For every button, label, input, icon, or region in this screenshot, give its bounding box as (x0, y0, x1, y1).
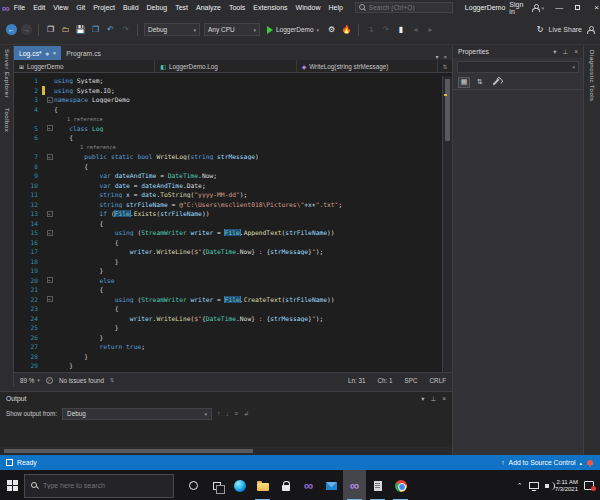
error-navigation-icon[interactable]: ⇅ (110, 377, 114, 383)
menu-analyze[interactable]: Analyze (192, 2, 225, 13)
line-number[interactable]: 25 (14, 324, 42, 331)
zoom-level-dropdown[interactable]: 89 % ▾ (20, 377, 40, 384)
alphabetical-view-icon[interactable]: ⇅ (474, 77, 486, 88)
line-number[interactable]: 11 (14, 191, 42, 198)
code-line[interactable]: 5− class Log (14, 124, 442, 134)
code-line[interactable]: 18 } (14, 257, 442, 267)
line-number[interactable]: 20 (14, 277, 42, 284)
code-line[interactable]: 4{ (14, 105, 442, 115)
search-input[interactable] (369, 4, 457, 11)
add-to-source-control-button[interactable]: Add to Source Control (509, 459, 576, 466)
display-icon[interactable] (529, 482, 539, 489)
taskbar-search-input[interactable] (43, 482, 167, 489)
code-line[interactable]: 27 return true; (14, 342, 442, 352)
code-line[interactable]: 16 { (14, 238, 442, 248)
breadcrumb-loggerdemo[interactable]: ⊞LoggerDemo (14, 60, 155, 72)
redo-icon[interactable]: ↷ (120, 24, 131, 35)
line-number[interactable]: 12 (14, 201, 42, 208)
code-line[interactable]: 19 } (14, 266, 442, 276)
taskbar-app-mail[interactable] (320, 470, 343, 500)
menu-extensions[interactable]: Extensions (249, 2, 291, 13)
diagnostic-tools-tab[interactable]: Diagnostic Tools (589, 50, 595, 455)
code-line[interactable]: 10 var date = dateAndTime.Date; (14, 181, 442, 191)
line-number[interactable]: 14 (14, 220, 42, 227)
active-files-dropdown-icon[interactable]: ▾ (435, 53, 438, 60)
save-all-icon[interactable]: ❐ (90, 24, 101, 35)
line-number[interactable]: 23 (14, 305, 42, 312)
show-hidden-icons-chevron[interactable]: ⌃ (517, 482, 523, 490)
properties-grid[interactable] (453, 90, 583, 455)
code-line[interactable]: 17 writer.WriteLine($"{DateTime.Now} : {… (14, 247, 442, 257)
next-bookmark-icon[interactable]: ▸ (425, 24, 436, 35)
code-line[interactable]: 14 { (14, 219, 442, 229)
live-share-button[interactable]: ↻ Live Share (535, 24, 582, 35)
vertical-scrollbar[interactable] (442, 76, 452, 372)
line-number[interactable]: 19 (14, 267, 42, 274)
menu-build[interactable]: Build (119, 2, 143, 13)
output-content[interactable] (0, 422, 452, 447)
code-line[interactable]: 26 } (14, 333, 442, 343)
line-number[interactable]: 1 (14, 77, 42, 84)
output-source-dropdown[interactable]: Debug ▾ (62, 408, 212, 420)
issues-status[interactable]: No issues found (59, 377, 104, 384)
line-number[interactable]: 3 (14, 96, 42, 103)
taskbar-app-task-view[interactable] (205, 470, 228, 500)
taskbar-app-file-explorer[interactable] (251, 470, 274, 500)
menu-help[interactable]: Help (324, 2, 346, 13)
code-line[interactable]: 1using System; (14, 76, 442, 86)
line-number[interactable]: 6 (14, 134, 42, 141)
code-line[interactable]: 25 } (14, 323, 442, 333)
line-number[interactable]: 18 (14, 258, 42, 265)
code-editor[interactable]: 1using System;2using System.IO;3−namespa… (14, 73, 452, 372)
close-panel-icon[interactable]: × (442, 395, 446, 403)
code-line[interactable]: 15− using (StreamWriter writer = File.Ap… (14, 228, 442, 238)
code-line[interactable]: 7− public static bool WriteLog(string st… (14, 152, 442, 162)
code-line[interactable]: 11 string x = date.ToString("yyyy-MM-dd"… (14, 190, 442, 200)
taskbar-app-text-editor[interactable] (366, 470, 389, 500)
code-line[interactable]: 29 } (14, 361, 442, 371)
close-button[interactable]: × (589, 1, 600, 14)
previous-bookmark-icon[interactable]: ◂ (410, 24, 421, 35)
menu-git[interactable]: Git (72, 2, 89, 13)
collapse-region-icon[interactable]: − (47, 296, 53, 302)
line-number[interactable]: 8 (14, 163, 42, 170)
line-number[interactable]: 26 (14, 334, 42, 341)
attach-to-process-icon[interactable]: ⚙ (326, 24, 337, 35)
save-icon[interactable]: 💾 (75, 24, 86, 35)
code-line[interactable]: 23 { (14, 304, 442, 314)
tab-program-cs[interactable]: Program.cs (61, 46, 106, 60)
minimize-button[interactable]: — (552, 1, 567, 14)
solution-configuration-dropdown[interactable]: Debug▾ (144, 23, 200, 36)
menu-debug[interactable]: Debug (143, 2, 172, 13)
tool-window-tab-server-explorer[interactable]: Server Explorer (4, 49, 10, 98)
word-wrap-icon[interactable]: ↲ (243, 410, 249, 418)
undo-icon[interactable]: ↶ (105, 24, 116, 35)
step-over-icon[interactable]: ↷ (380, 24, 391, 35)
taskbar-app-edge[interactable] (228, 470, 251, 500)
line-number[interactable]: 15 (14, 229, 42, 236)
line-number[interactable]: 2 (14, 87, 42, 94)
step-into-icon[interactable]: ↴ (365, 24, 376, 35)
new-project-icon[interactable]: ❐ (45, 24, 56, 35)
indentation-indicator[interactable]: SPC (405, 377, 418, 384)
navigate-forward-button[interactable]: → (21, 24, 32, 35)
tool-window-tab-toolbox[interactable]: Toolbox (4, 108, 10, 132)
line-number[interactable]: 28 (14, 353, 42, 360)
property-pages-button[interactable] (490, 77, 502, 88)
code-line[interactable]: 9 var dateAndTime = DateTime.Now; (14, 171, 442, 181)
collapse-region-icon[interactable]: − (47, 97, 53, 103)
volume-icon[interactable] (545, 484, 549, 488)
navigate-back-button[interactable]: ← (6, 24, 17, 35)
line-number[interactable]: 4 (14, 106, 42, 113)
previous-message-icon[interactable]: ↑ (217, 410, 221, 417)
close-document-icon[interactable]: × (443, 54, 447, 60)
breadcrumb-loggerdemo-log[interactable]: ◧LoggerDemo.Log (155, 60, 296, 72)
taskbar-app-visual-studio[interactable]: ∞ (297, 470, 320, 500)
line-number[interactable]: 17 (14, 248, 42, 255)
menu-tools[interactable]: Tools (225, 2, 249, 13)
restore-button[interactable] (571, 1, 586, 14)
taskbar-app-cortana[interactable] (182, 470, 205, 500)
feedback-icon[interactable] (586, 26, 594, 34)
scrollbar-thumb[interactable] (445, 79, 450, 141)
hot-reload-icon[interactable]: 🔥 (341, 24, 352, 35)
